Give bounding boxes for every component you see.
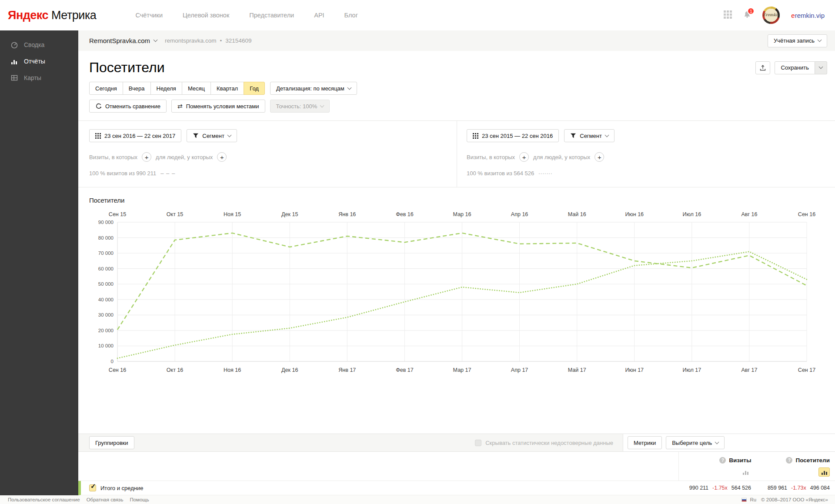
footer-link-help[interactable]: Помощь: [130, 497, 149, 502]
nav-api[interactable]: API: [314, 12, 324, 19]
svg-text:60 000: 60 000: [98, 266, 114, 271]
period-tabs: Сегодня Вчера Неделя Месяц Квартал Год: [89, 82, 265, 95]
totals-checkbox[interactable]: [89, 484, 96, 491]
cancel-compare-button[interactable]: Отменить сравнение: [89, 100, 167, 113]
segment-panel-current: 23 сен 2016 — 22 сен 2017 Сегмент Визиты…: [78, 121, 457, 187]
chevron-down-icon: [347, 85, 351, 90]
tab-yesterday[interactable]: Вчера: [123, 82, 151, 95]
visitors-current: 859 961: [768, 485, 787, 491]
metrics-button[interactable]: Метрики: [628, 436, 662, 449]
date-range-button-compare[interactable]: 23 сен 2015 — 22 сен 2016: [467, 129, 559, 142]
svg-text:80 000: 80 000: [98, 235, 114, 240]
segment-dropdown-current[interactable]: Сегмент: [187, 129, 237, 142]
choose-goal-label: Выберите цель: [672, 440, 712, 446]
counter-id: 32154609: [225, 37, 251, 44]
totals-visitors: 859 961 -1.73x 496 084: [757, 485, 830, 491]
help-icon[interactable]: ?: [719, 457, 726, 464]
account-button[interactable]: Учётная запись: [768, 34, 827, 47]
notifications-bell-icon[interactable]: 1: [743, 11, 751, 20]
add-visit-condition-button[interactable]: +: [142, 152, 151, 162]
visitors-chart[interactable]: Сен 15Сен 16Окт 15Окт 16Ноя 15Ноя 16Дек …: [89, 209, 824, 380]
svg-text:0: 0: [111, 359, 114, 364]
sort-visits-button[interactable]: [740, 467, 752, 477]
save-button[interactable]: Сохранить: [775, 61, 815, 74]
svg-text:40 000: 40 000: [98, 297, 114, 302]
save-split-button: Сохранить: [775, 61, 827, 74]
add-visit-condition-button[interactable]: +: [519, 152, 529, 162]
account-button-label: Учётная запись: [774, 37, 815, 44]
svg-text:Ноя 16: Ноя 16: [224, 367, 241, 373]
segment-label: Сегмент: [580, 133, 602, 139]
segments-area: 23 сен 2016 — 22 сен 2017 Сегмент Визиты…: [78, 120, 835, 187]
groupings-button[interactable]: Группировки: [89, 436, 134, 449]
groupings-label: Группировки: [95, 440, 128, 446]
refresh-icon: [95, 103, 102, 110]
funnel-icon: [570, 133, 576, 138]
svg-text:Сен 17: Сен 17: [798, 367, 815, 373]
language-switcher[interactable]: Ru: [750, 497, 756, 502]
chevron-down-icon: [819, 65, 823, 69]
svg-text:90 000: 90 000: [98, 220, 114, 225]
footer-link-agreement[interactable]: Пользовательское соглашение: [8, 497, 80, 502]
sidebar-item-maps[interactable]: Карты: [0, 70, 78, 86]
nav-blog[interactable]: Блог: [344, 12, 358, 19]
metrics-button-label: Метрики: [634, 440, 656, 446]
svg-text:Май 16: Май 16: [568, 211, 586, 217]
nav-target-call[interactable]: Целевой звонок: [183, 12, 229, 19]
table-toolbar: Группировки Скрывать статистически недос…: [78, 434, 835, 452]
segment-dropdown-compare[interactable]: Сегмент: [564, 129, 615, 142]
svg-text:Дек 16: Дек 16: [281, 367, 298, 373]
detail-dropdown[interactable]: Детализация: по месяцам: [270, 82, 357, 95]
svg-text:Июл 17: Июл 17: [682, 367, 701, 373]
visits-compare: 564 526: [731, 485, 751, 491]
tab-quarter[interactable]: Квартал: [210, 82, 244, 95]
swap-conditions-button[interactable]: ⇄ Поменять условия местами: [171, 100, 265, 113]
save-button-label: Сохранить: [781, 64, 809, 71]
save-options-button[interactable]: [815, 61, 827, 74]
svg-text:Май 17: Май 17: [568, 367, 586, 373]
nav-counters[interactable]: Счётчики: [135, 12, 163, 19]
svg-text:Сен 15: Сен 15: [109, 211, 126, 217]
choose-goal-dropdown[interactable]: Выберите цель: [666, 436, 725, 449]
svg-text:Мар 17: Мар 17: [453, 367, 471, 373]
segment-summary: 100 % визитов из 990 211: [89, 170, 156, 177]
chevron-down-icon: [154, 38, 158, 42]
export-button[interactable]: [755, 61, 770, 74]
chevron-down-icon: [818, 38, 822, 42]
tab-year[interactable]: Год: [244, 82, 265, 95]
help-icon[interactable]: ?: [786, 457, 792, 464]
footer-link-feedback[interactable]: Обратная связь: [87, 497, 124, 502]
date-range-button-current[interactable]: 23 сен 2016 — 22 сен 2017: [89, 129, 181, 142]
sidebar-item-summary[interactable]: Сводка: [0, 37, 78, 53]
apps-grid-icon[interactable]: [724, 10, 732, 20]
nav-representatives[interactable]: Представители: [249, 12, 294, 19]
chart-title: Посетители: [89, 197, 835, 204]
svg-text:Июл 16: Июл 16: [682, 211, 701, 217]
add-people-condition-button[interactable]: +: [217, 152, 227, 162]
sort-visitors-button[interactable]: [818, 467, 830, 477]
notification-badge: 1: [747, 7, 755, 15]
tab-today[interactable]: Сегодня: [89, 82, 123, 95]
visitors-compare: 496 084: [810, 485, 830, 491]
tab-month[interactable]: Месяц: [182, 82, 211, 95]
add-people-condition-button[interactable]: +: [595, 152, 604, 162]
avatar[interactable]: Eremkin: [762, 7, 780, 24]
funnel-icon: [193, 133, 199, 138]
yandex-metrika-logo[interactable]: Яндекс Метрика: [8, 9, 96, 22]
svg-text:Фев 16: Фев 16: [396, 211, 414, 217]
svg-text:50 000: 50 000: [98, 281, 114, 287]
visits-condition-label: Визиты, в которых: [467, 154, 515, 160]
accuracy-dropdown[interactable]: Точность: 100%: [270, 100, 330, 113]
sidebar-item-reports[interactable]: Отчёты: [0, 53, 78, 70]
tab-week[interactable]: Неделя: [150, 82, 182, 95]
hide-unreliable-checkbox[interactable]: [475, 440, 481, 446]
calendar-grid-icon: [95, 133, 101, 139]
column-header-visits: Визиты: [729, 457, 751, 464]
username[interactable]: eremkin.vip: [791, 12, 825, 19]
site-switcher[interactable]: RemontSpravka.com: [89, 37, 157, 44]
segment-label: Сегмент: [202, 133, 224, 139]
chevron-down-icon: [605, 133, 609, 137]
username-first-letter: e: [791, 12, 795, 19]
svg-text:Июн 16: Июн 16: [625, 211, 644, 217]
hide-unreliable-checkbox-row: Скрывать статистически недостоверные дан…: [475, 440, 613, 446]
